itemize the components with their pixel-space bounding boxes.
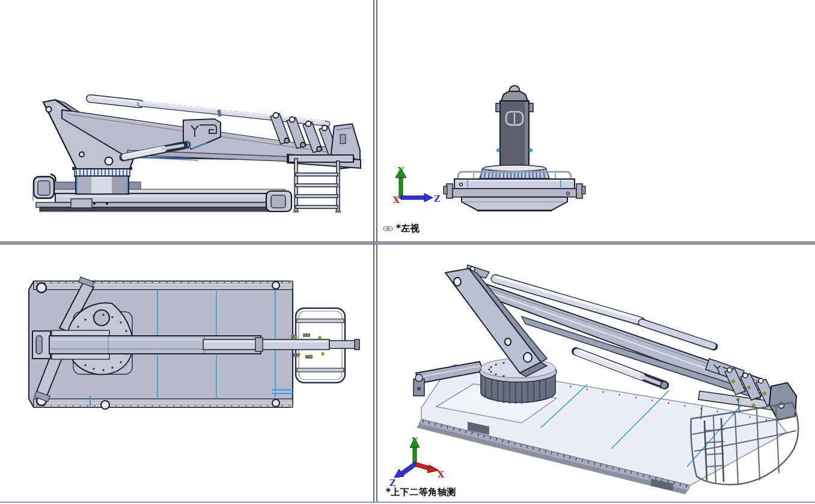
view-label-text: *上下二等角轴测: [386, 487, 456, 498]
crane-top-view-drawing[interactable]: [0, 244, 373, 502]
view-label-left-view: *左视: [383, 223, 420, 234]
x-axis-label: X: [393, 195, 400, 205]
viewport-splitter-vertical[interactable]: [373, 0, 377, 502]
chain-link-icon[interactable]: [383, 225, 393, 232]
base-frame[interactable]: [444, 179, 585, 211]
viewport-bottom-left[interactable]: [0, 244, 373, 502]
x-axis-arrow: [415, 462, 439, 473]
orientation-triad-left-view: Y Z X: [392, 166, 440, 209]
y-axis-label: Y: [411, 436, 418, 446]
crane-left-view-drawing[interactable]: [377, 0, 815, 241]
graphics-area: Y Z X *左视: [0, 0, 815, 504]
z-axis-label: Z: [434, 194, 440, 204]
viewport-splitter-horizontal[interactable]: [0, 241, 815, 244]
view-label-text: *左视: [396, 223, 420, 234]
y-axis-label: Y: [397, 166, 404, 175]
crane-side-view-drawing[interactable]: [0, 0, 373, 241]
z-axis-arrow: [394, 462, 416, 478]
boom-column-end-view[interactable]: [496, 86, 533, 178]
view-label-isometric: *上下二等角轴测: [386, 487, 456, 498]
orientation-triad-isometric: Y X Z: [387, 432, 445, 490]
viewport-top-left[interactable]: [0, 0, 373, 241]
base-skid[interactable]: [33, 174, 292, 212]
z-axis-arrow: [401, 193, 433, 202]
x-axis-label: X: [438, 470, 444, 479]
graphics-area-bottom-border: [0, 502, 815, 503]
viewport-top-right[interactable]: Y Z X *左视: [377, 0, 815, 241]
viewport-bottom-right[interactable]: Y X Z *上下二等角轴测: [377, 244, 815, 502]
slewing-turret[interactable]: [72, 167, 132, 194]
